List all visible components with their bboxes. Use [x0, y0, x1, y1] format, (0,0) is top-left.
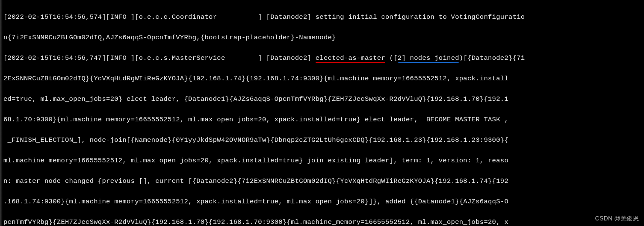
log-level: [INFO ]: [106, 54, 135, 62]
log-line: .168.1.74:9300}{ml.machine_memory=166555…: [3, 197, 641, 207]
timestamp: [2022-02-15T16:54:56,574]: [3, 13, 106, 21]
node-name: [Datanode2]: [266, 54, 312, 62]
log-line: 2ExSNNRCuZBtGOm02dIQ}{YcVXqHtdRgWIiReGzK…: [3, 73, 641, 84]
log-line: [2022-02-15T16:54:56,747][INFO ][o.e.c.s…: [3, 53, 641, 63]
log-line: 68.1.70:9300}{ml.machine_memory=16655552…: [3, 114, 641, 125]
nodes-joined-highlight: 2] nodes joined: [398, 54, 459, 62]
logger-name: [o.e.c.c.Coordinator ]: [135, 13, 262, 21]
logger-name: [o.e.c.s.MasterService ]: [135, 54, 262, 62]
log-line: ed=true, ml.max_open_jobs=20} elect lead…: [3, 94, 641, 104]
elected-as-master-highlight: elected-as-master: [316, 54, 385, 62]
log-line: pcnTmfVYRbg}{ZEH7ZJecSwqXx-R2dVVluQ}{192…: [3, 217, 641, 226]
log-line: ml.machine_memory=16655552512, ml.max_op…: [3, 156, 641, 166]
log-line: n{7i2ExSNNRCuZBtGOm02dIQ,AJZs6aqqS-OpcnT…: [3, 32, 641, 43]
node-name: [Datanode2]: [266, 13, 312, 21]
log-message: n{7i2ExSNNRCuZBtGOm02dIQ,AJZs6aqqS-OpcnT…: [3, 34, 336, 41]
timestamp: [2022-02-15T16:54:56,747]: [3, 54, 106, 62]
log-text: )[{Datanode2}{7i: [459, 54, 525, 62]
log-text: ([: [385, 54, 398, 62]
watermark: CSDN @羌俊恩: [595, 214, 639, 223]
log-line: n: master node changed {previous [], cur…: [3, 176, 641, 186]
log-message: setting initial configuration to VotingC…: [311, 13, 525, 21]
window-left-edge: [0, 0, 3, 226]
log-line: _FINISH_ELECTION_], node-join[{Namenode}…: [3, 135, 641, 145]
log-level: [INFO ]: [106, 13, 135, 21]
log-line: [2022-02-15T16:54:56,574][INFO ][o.e.c.c…: [3, 12, 641, 22]
terminal-output: [2022-02-15T16:54:56,574][INFO ][o.e.c.c…: [3, 2, 641, 226]
